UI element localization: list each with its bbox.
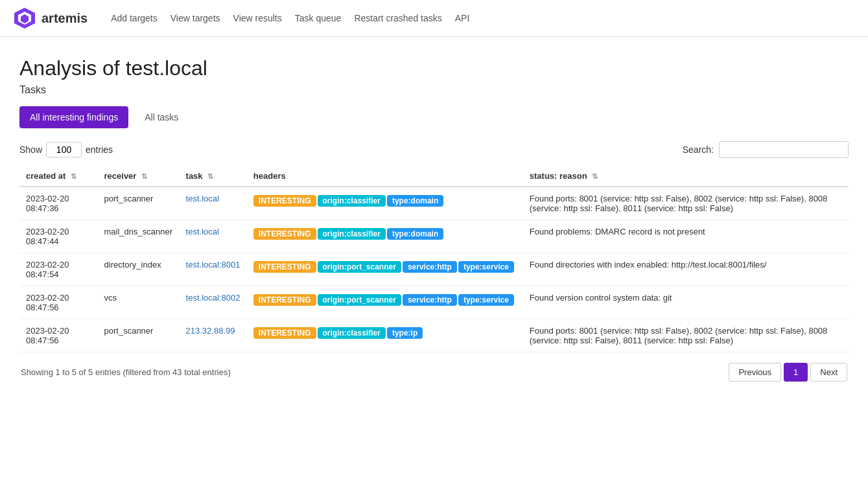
task-link[interactable]: 213.32.88.99 [186,326,235,336]
cell-receiver: mail_dns_scanner [98,220,180,253]
cell-receiver: directory_index [98,253,180,286]
previous-button[interactable]: Previous [729,363,781,382]
badge-interesting: INTERESTING [253,261,316,273]
table-row: 2023-02-20 08:47:56vcstest.local:8002INT… [19,286,849,319]
badge-origin-classifier: origin:classifier [318,195,386,207]
nav-api[interactable]: API [455,13,470,23]
cell-status: Found ports: 8001 (service: http ssl: Fa… [523,187,849,220]
page-title: Analysis of test.local [19,56,849,80]
nav-view-results[interactable]: View results [233,13,282,23]
badge-interesting: INTERESTING [253,327,316,339]
task-link[interactable]: test.local [186,227,219,236]
cell-task: test.local [180,220,247,253]
cell-status: Found ports: 8001 (service: http ssl: Fa… [523,319,849,352]
cell-task: test.local:8001 [180,253,247,286]
nav-view-targets[interactable]: View targets [170,13,220,23]
badge-type-domain: type:domain [387,228,443,240]
table-header-row: created at ⇅ receiver ⇅ task ⇅ headers s… [19,166,849,187]
next-button[interactable]: Next [810,363,847,382]
cell-status: Found problems: DMARC record is not pres… [523,220,849,253]
show-entries-area: Show 100 entries [19,142,113,157]
col-task[interactable]: task ⇅ [180,166,247,187]
search-area: Search: [683,141,849,158]
badge-origin-port-scanner: origin:port_scanner [318,294,401,306]
cell-task: test.local:8002 [180,286,247,319]
cell-headers: INTERESTINGorigin:classifiertype:ip [247,319,523,352]
cell-headers: INTERESTINGorigin:classifiertype:domain [247,220,523,253]
badge-interesting: INTERESTING [253,228,316,240]
nav-links: Add targets View targets View results Ta… [111,13,469,23]
cell-created-at: 2023-02-20 08:47:54 [19,253,98,286]
badge-origin-classifier: origin:classifier [318,228,386,240]
main-content: Analysis of test.local Tasks All interes… [0,37,868,395]
badge-service-http: service:http [403,294,457,306]
badge-type-service: type:service [458,294,514,306]
badge-interesting: INTERESTING [253,294,316,306]
table-row: 2023-02-20 08:47:44mail_dns_scannertest.… [19,220,849,253]
data-table: created at ⇅ receiver ⇅ task ⇅ headers s… [19,166,849,352]
badge-service-http: service:http [403,261,457,273]
cell-headers: INTERESTINGorigin:classifiertype:domain [247,187,523,220]
nav-add-targets[interactable]: Add targets [111,13,158,23]
col-headers: headers [247,166,523,187]
task-link[interactable]: test.local:8001 [186,260,240,270]
page-1-button[interactable]: 1 [784,363,808,382]
cell-created-at: 2023-02-20 08:47:44 [19,220,98,253]
showing-text: Showing 1 to 5 of 5 entries (filtered fr… [21,367,231,377]
col-status-reason[interactable]: status: reason ⇅ [523,166,849,187]
tab-buttons: All interesting findings All tasks [19,106,849,128]
cell-task: test.local [180,187,247,220]
table-row: 2023-02-20 08:47:56port_scanner213.32.88… [19,319,849,352]
table-row: 2023-02-20 08:47:54directory_indextest.l… [19,253,849,286]
nav-task-queue[interactable]: Task queue [295,13,342,23]
section-label: Tasks [19,84,849,96]
nav-restart-crashed-tasks[interactable]: Restart crashed tasks [354,13,441,23]
badge-type-domain: type:domain [387,195,443,207]
search-label: Search: [683,144,714,155]
cell-headers: INTERESTINGorigin:port_scannerservice:ht… [247,286,523,319]
navbar: artemis Add targets View targets View re… [0,0,868,37]
table-row: 2023-02-20 08:47:36port_scannertest.loca… [19,187,849,220]
tab-interesting[interactable]: All interesting findings [19,106,128,128]
badge-origin-classifier: origin:classifier [318,327,386,339]
badge-type-service: type:service [458,261,514,273]
cell-receiver: port_scanner [98,187,180,220]
sort-icon-receiver: ⇅ [141,172,147,180]
logo-area: artemis [13,6,88,30]
artemis-logo-icon [13,6,36,30]
cell-status: Found version control system data: git [523,286,849,319]
badge-origin-port-scanner: origin:port_scanner [318,261,401,273]
badge-type-ip: type:ip [387,327,423,339]
entries-label: entries [86,144,113,155]
task-link[interactable]: test.local [186,194,219,203]
cell-task: 213.32.88.99 [180,319,247,352]
tab-all[interactable]: All tasks [134,106,189,128]
show-label: Show [19,144,42,155]
cell-receiver: vcs [98,286,180,319]
cell-receiver: port_scanner [98,319,180,352]
table-controls: Show 100 entries Search: [19,141,849,158]
show-entries-input[interactable]: 100 [46,142,82,157]
col-created-at[interactable]: created at ⇅ [19,166,98,187]
task-link[interactable]: test.local:8002 [186,293,240,303]
cell-created-at: 2023-02-20 08:47:36 [19,187,98,220]
sort-icon-status: ⇅ [592,172,598,180]
col-receiver[interactable]: receiver ⇅ [98,166,180,187]
cell-status: Found directories with index enabled: ht… [523,253,849,286]
pagination: Previous 1 Next [729,363,847,382]
badge-interesting: INTERESTING [253,195,316,207]
cell-created-at: 2023-02-20 08:47:56 [19,319,98,352]
cell-headers: INTERESTINGorigin:port_scannerservice:ht… [247,253,523,286]
cell-created-at: 2023-02-20 08:47:56 [19,286,98,319]
brand-name: artemis [41,11,88,26]
sort-icon-created-at: ⇅ [71,172,76,180]
search-input[interactable] [719,141,849,158]
table-footer: Showing 1 to 5 of 5 entries (filtered fr… [19,363,849,382]
sort-icon-task: ⇅ [207,172,213,180]
